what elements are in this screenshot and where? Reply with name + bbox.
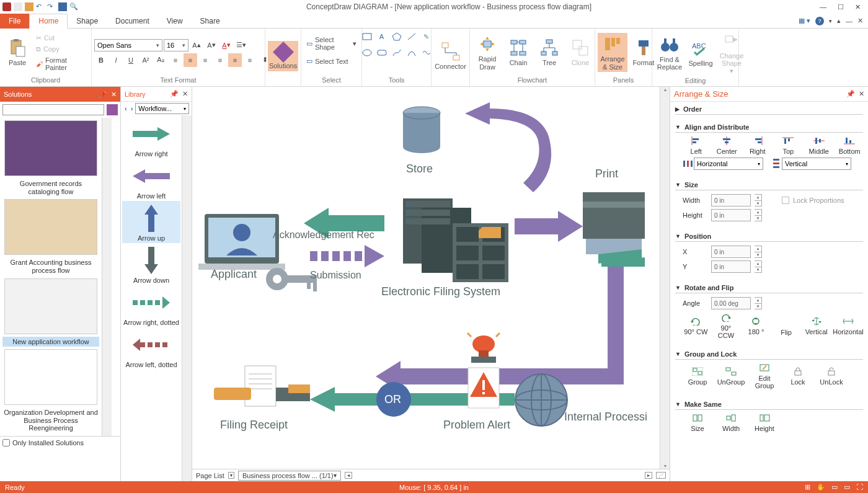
library-item[interactable]: Arrow right, dotted — [122, 285, 180, 327]
angle-spinner[interactable]: ▲▼ — [755, 297, 762, 309]
arrange-size-button[interactable]: Arrange & Size — [598, 33, 627, 71]
scroll-right[interactable]: ▸ — [645, 472, 652, 479]
y-input[interactable]: 0 in — [711, 260, 751, 273]
new-icon[interactable] — [14, 2, 22, 11]
cut-button[interactable]: ✂Cut — [33, 33, 89, 43]
canvas-scrollbar-v[interactable]: ▴▾ — [660, 87, 670, 469]
arrow-efs-print[interactable] — [515, 211, 583, 242]
y-spinner[interactable]: ▲▼ — [755, 260, 762, 273]
x-input[interactable]: 0 in — [711, 246, 751, 258]
tab-share[interactable]: Share — [192, 14, 229, 28]
zoom-icon[interactable]: 🔍 — [69, 2, 78, 11]
makesame-size-button[interactable]: Size — [683, 414, 712, 432]
hand-tool-icon[interactable]: ✋ — [817, 483, 825, 491]
grid-icon[interactable]: ▦ ▾ — [799, 17, 810, 25]
ungroup-button[interactable]: UnGroup — [716, 367, 746, 386]
solutions-search-input[interactable] — [2, 104, 104, 115]
x-spinner[interactable]: ▲▼ — [755, 246, 762, 258]
library-item[interactable]: Arrow left, dotted — [122, 327, 180, 370]
undo-icon[interactable]: ↶ — [36, 2, 45, 11]
bezier-tool[interactable] — [390, 46, 404, 60]
ellipse-tool[interactable] — [360, 46, 374, 60]
solutions-scrollbar[interactable] — [102, 118, 112, 436]
save-icon[interactable] — [25, 2, 33, 11]
tab-shape[interactable]: Shape — [68, 14, 107, 28]
library-item[interactable]: Arrow up — [122, 201, 180, 243]
quick-access[interactable]: ↶ ↷ 🔍 — [2, 2, 78, 11]
lock-proportions-checkbox[interactable] — [782, 197, 789, 204]
valign-middle-button[interactable]: ≡ — [228, 53, 242, 67]
distribute-h-combo[interactable]: Horizontal▾ — [694, 158, 763, 170]
tab-home[interactable]: Home — [29, 14, 68, 29]
grid-toggle-icon[interactable]: ⊞ — [805, 483, 810, 491]
rapid-draw-button[interactable]: Rapid Draw — [472, 33, 502, 71]
library-scrollbar[interactable] — [182, 115, 192, 481]
solution-item[interactable]: Government records cataloging flow — [2, 120, 99, 197]
globe-shape[interactable] — [513, 372, 569, 428]
size-section-header[interactable]: ▼Size — [675, 180, 863, 190]
spelling-button[interactable]: ABCSpelling — [686, 37, 715, 68]
line-tool[interactable] — [405, 30, 418, 43]
rotate-section-header[interactable]: ▼Rotate and Flip — [675, 283, 863, 293]
align-center-button[interactable]: ≡ — [184, 53, 197, 67]
library-item[interactable]: Arrow right — [122, 117, 180, 159]
lib-prev[interactable]: ‹ — [123, 105, 128, 112]
solution-item[interactable]: Organization Development and Business Pr… — [2, 349, 99, 433]
chain-button[interactable]: Chain — [503, 37, 533, 68]
rect-tool[interactable] — [360, 30, 374, 43]
align-right-button[interactable]: ≡ — [198, 53, 212, 67]
grow-font-button[interactable]: A▴ — [190, 38, 203, 52]
select-text-button[interactable]: ▭Select Text — [304, 56, 351, 66]
minimize-button[interactable]: — — [820, 3, 826, 11]
height-spinner[interactable]: ▲▼ — [755, 209, 762, 221]
pin-icon[interactable]: 📌 — [170, 90, 179, 98]
close-icon[interactable]: ✕ — [859, 90, 864, 98]
valign-top-button[interactable]: ≡ — [213, 53, 227, 67]
position-section-header[interactable]: ▼Position — [675, 231, 863, 242]
align-section-header[interactable]: ▼Align and Distribute — [675, 122, 863, 133]
arrow-efs-store[interactable] — [440, 102, 564, 202]
underline-button[interactable]: U — [124, 53, 138, 67]
fit-icon[interactable]: ⛶ — [856, 483, 863, 491]
align-bottom-button[interactable]: Bottom — [836, 136, 864, 155]
rotate-180-button[interactable]: 180 ° — [743, 317, 769, 335]
close-button[interactable]: ✕ — [855, 3, 861, 11]
paste-button[interactable]: Paste — [2, 37, 32, 68]
redo-icon[interactable]: ↷ — [47, 2, 56, 11]
font-size-combo[interactable]: 16▾ — [164, 39, 188, 51]
shrink-font-button[interactable]: A▾ — [205, 38, 218, 52]
save2-icon[interactable] — [58, 2, 67, 11]
pin-icon[interactable]: 📌 — [99, 91, 107, 99]
pagelist-dropdown[interactable]: ▾ — [228, 472, 234, 479]
pin-icon[interactable]: 📌 — [846, 90, 855, 98]
angle-input[interactable]: 0.00 deg — [711, 297, 751, 309]
only-installed-checkbox[interactable] — [2, 439, 10, 446]
align-left-button[interactable]: Left — [683, 136, 710, 155]
subscript-button[interactable]: A₂ — [154, 53, 167, 67]
page-tab[interactable]: Business process flow ... (1/1) ▾ — [238, 471, 341, 481]
store-shape[interactable] — [397, 105, 446, 161]
clone-button[interactable]: Clone — [565, 37, 595, 68]
rotate-ccw-button[interactable]: 90° CCW — [713, 313, 740, 339]
find-replace-button[interactable]: Find & Replace — [655, 33, 684, 72]
select-shape-button[interactable]: ▭Select Shape ▾ — [304, 35, 359, 52]
connector-button[interactable]: Connector — [434, 40, 467, 71]
problem-alert-shape[interactable] — [459, 332, 508, 415]
tab-view[interactable]: View — [158, 14, 192, 28]
rotate-cw-button[interactable]: 90° CW — [683, 317, 709, 335]
highlight-button[interactable]: ☰▾ — [234, 38, 248, 52]
roundrect-tool[interactable] — [375, 46, 389, 60]
printer-shape[interactable] — [580, 186, 648, 267]
font-name-combo[interactable]: Open Sans▾ — [94, 39, 162, 51]
align-center-button[interactable]: Center — [714, 136, 741, 155]
solution-item[interactable]: Grant Accounting business process flow — [2, 199, 99, 275]
close-icon[interactable]: ✕ — [111, 91, 117, 99]
help-icon[interactable]: ? — [815, 17, 824, 25]
lib-next[interactable]: › — [130, 105, 135, 112]
align-top-button[interactable]: Top — [775, 136, 802, 155]
width-spinner[interactable]: ▲▼ — [755, 194, 762, 207]
copy-button[interactable]: ⧉Copy — [33, 44, 89, 55]
library-combo[interactable]: Workflow...▾ — [135, 103, 189, 114]
makesame-section-header[interactable]: ▼Make Same — [675, 399, 863, 410]
order-section-header[interactable]: ▶Order — [675, 104, 863, 115]
